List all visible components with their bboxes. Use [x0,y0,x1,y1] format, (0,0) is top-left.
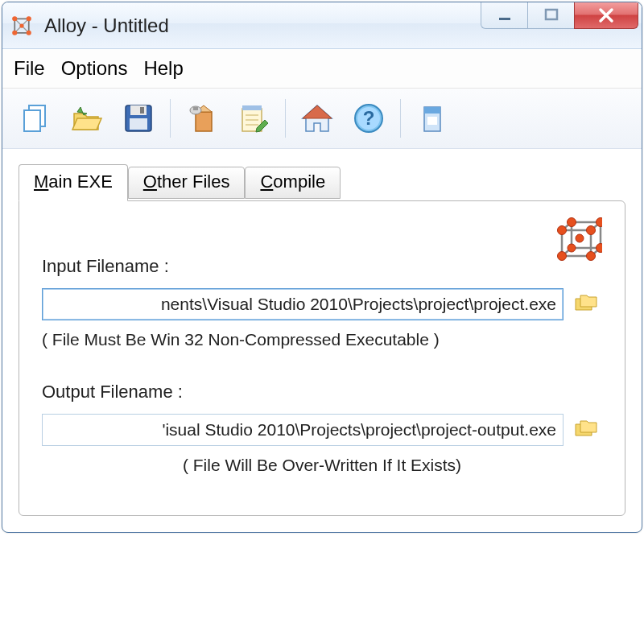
input-filename-field[interactable] [42,288,564,320]
build-button[interactable] [179,95,225,142]
svg-marker-29 [303,105,332,118]
svg-rect-35 [427,117,437,125]
new-button[interactable] [12,95,59,142]
menu-options[interactable]: Options [61,57,128,80]
input-filename-block: Input Filename : ( File Must Be Win 32 N… [42,256,602,349]
svg-point-43 [568,244,576,252]
svg-point-10 [19,23,23,27]
notes-button[interactable] [230,95,277,142]
app-window: Alloy - Untitled File Options Help [2,2,642,533]
window-title: Alloy - Untitled [44,14,481,37]
help-button[interactable]: ? [345,95,392,142]
package-button[interactable] [409,95,456,142]
tab-compile[interactable]: Compile [245,167,341,199]
home-button[interactable] [294,95,341,142]
svg-rect-24 [242,105,262,110]
app-icon [10,14,33,37]
maximize-button[interactable] [527,2,574,29]
tab-other-files[interactable]: Other Files [128,167,246,199]
tab-pane-main-exe: Input Filename : ( File Must Be Win 32 N… [19,200,625,516]
toolbar-separator [400,99,401,138]
svg-point-42 [597,244,603,253]
input-filename-hint: ( File Must Be Win 32 Non-Compressed Exe… [42,330,602,349]
output-filename-hint: ( File Will Be Over-Written If It Exists… [42,456,602,475]
svg-point-6 [12,16,17,21]
svg-point-7 [27,16,31,21]
svg-rect-34 [424,107,440,114]
svg-point-8 [12,30,17,35]
svg-text:?: ? [363,107,375,129]
input-filename-label: Input Filename : [42,256,602,277]
svg-rect-17 [140,107,144,114]
tab-main-exe[interactable]: Main EXE [19,164,128,201]
svg-point-38 [558,252,567,261]
alloy-logo-icon [551,216,602,267]
menubar: File Options Help [2,49,642,89]
output-filename-field[interactable] [42,414,564,446]
svg-point-39 [587,252,596,261]
client-area: Main EXE Other Files Compile [2,149,642,532]
svg-rect-18 [130,118,147,130]
svg-point-44 [576,234,584,242]
svg-point-40 [568,218,576,227]
svg-point-41 [597,218,603,227]
browse-output-button[interactable] [573,418,602,442]
tab-strip: Main EXE Other Files Compile [19,163,625,200]
open-button[interactable] [64,95,110,142]
menu-help[interactable]: Help [143,57,183,80]
svg-point-36 [558,226,567,235]
svg-rect-22 [193,107,198,110]
titlebar[interactable]: Alloy - Untitled [2,2,642,49]
window-controls [481,2,638,29]
svg-point-37 [587,226,596,235]
toolbar-separator [170,99,171,138]
toolbar-separator [285,99,286,138]
save-button[interactable] [115,95,162,142]
svg-rect-19 [196,112,212,131]
toolbar: ? [2,89,642,149]
close-button[interactable] [574,2,638,29]
minimize-button[interactable] [481,2,527,29]
svg-point-9 [27,30,31,35]
svg-rect-14 [24,110,40,131]
output-filename-label: Output Filename : [42,382,602,402]
svg-rect-11 [499,18,510,20]
output-filename-block: Output Filename : ( File Will Be Over-Wr… [42,382,602,475]
menu-file[interactable]: File [14,57,45,80]
browse-input-button[interactable] [573,292,602,316]
svg-rect-12 [546,10,557,19]
